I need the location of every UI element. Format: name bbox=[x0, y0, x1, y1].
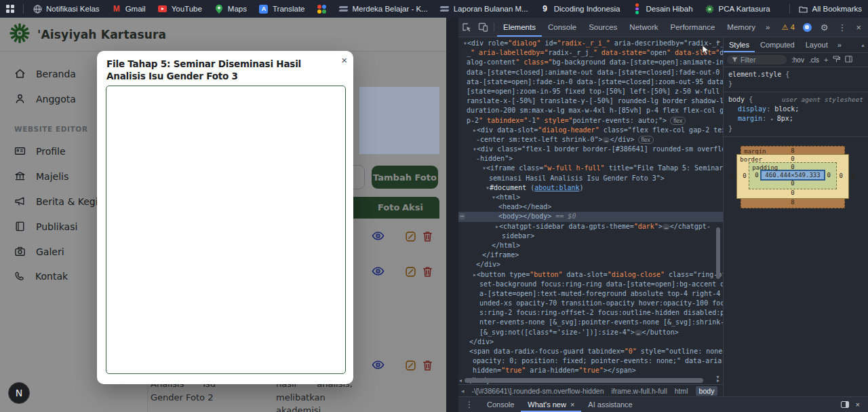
bookmark-item[interactable]: PCA Kartasura bbox=[699, 0, 776, 18]
dock-panel-icon[interactable] bbox=[841, 401, 849, 408]
kebab-menu-icon[interactable]: ⋮ bbox=[833, 22, 850, 33]
dom-tree-line[interactable]: ▾<div role="dialog" id="radix-_r_i_" ari… bbox=[458, 39, 723, 48]
drawer-tab-what-s-new[interactable]: What's new× bbox=[521, 397, 581, 412]
layout-badge[interactable]: flex bbox=[638, 136, 654, 144]
bookmark-item[interactable]: Merdeka Belajar - K... bbox=[333, 0, 434, 18]
close-icon[interactable]: × bbox=[341, 55, 347, 65]
dom-tree-line[interactable]: -hidden"> bbox=[458, 154, 723, 164]
styles-more-tabs-icon[interactable]: » bbox=[833, 41, 846, 49]
dom-tree-line[interactable]: _" aria-labelledby="radix-_r_j_" data-st… bbox=[458, 48, 723, 58]
horizontal-scrollbar[interactable]: ◂ ▸ bbox=[458, 377, 723, 383]
drawer-kebab-menu-icon[interactable]: ⋮ bbox=[458, 400, 480, 409]
dom-tree-line[interactable]: </html> bbox=[458, 241, 723, 250]
toggle-class-button[interactable]: .cls bbox=[809, 56, 819, 64]
more-tabs-icon[interactable]: » bbox=[762, 23, 774, 31]
scroll-right-icon[interactable]: ▸ bbox=[717, 377, 719, 383]
dom-tree-line[interactable]: seminasi Hasil Analisis Isu Gender Foto … bbox=[458, 174, 723, 183]
dom-tree-line[interactable]: alog-content" class="bg-background data-… bbox=[458, 58, 723, 67]
dom-tree-line[interactable]: sidebar> bbox=[458, 231, 723, 241]
close-tab-icon[interactable]: × bbox=[570, 400, 574, 409]
file-preview-iframe[interactable] bbox=[106, 86, 346, 374]
vertical-scrollbar-thumb[interactable] bbox=[716, 227, 720, 279]
breadcrumb-left-icon[interactable]: ◂ bbox=[461, 388, 465, 394]
styles-tab-layout[interactable]: Layout bbox=[800, 37, 833, 52]
dom-tree-line[interactable]: ata-[state=open]:fade-in-0 data-[state=c… bbox=[458, 77, 723, 87]
tab-memory[interactable]: Memory bbox=[721, 18, 762, 37]
styles-tab-computed[interactable]: Computed bbox=[755, 37, 800, 52]
toggle-hover-state-button[interactable]: :hov bbox=[791, 56, 804, 64]
dom-tree-line[interactable]: <span data-radix-focus-guard tabindex="0… bbox=[458, 347, 723, 356]
dom-tree-line[interactable]: ▸<button type="button" data-slot="dialog… bbox=[458, 270, 723, 280]
extension-status-icon[interactable] bbox=[803, 23, 812, 32]
dom-tree-line[interactable]: unded-xs opacity-70 transition-opacity h… bbox=[458, 299, 723, 308]
all-bookmarks-button[interactable]: All Bookmarks bbox=[793, 0, 868, 18]
dom-tree-line[interactable]: s:ring-2 focus:ring-offset-2 focus:outli… bbox=[458, 308, 723, 318]
page-scrollbar-gutter[interactable] bbox=[446, 18, 458, 412]
bookmark-item[interactable]: Notifikasi Kelas bbox=[26, 0, 106, 18]
tab-performance[interactable]: Performance bbox=[665, 18, 722, 37]
selected-dom-node[interactable]: ⋯<body></body> == $0 bbox=[458, 212, 723, 221]
dom-tree-line[interactable]: </iframe> bbox=[458, 250, 723, 260]
css-property-display[interactable]: display: block; bbox=[728, 105, 863, 114]
breadcrumb-item[interactable]: html bbox=[675, 387, 688, 395]
bookmark-item[interactable]: MGmail bbox=[106, 0, 152, 18]
new-style-rule-button[interactable]: + bbox=[824, 56, 828, 64]
dom-tree-line[interactable]: </div> bbox=[458, 260, 723, 269]
dom-tree-line[interactable]: ranslate-x-[-50%] translate-y-[-50%] rou… bbox=[458, 96, 723, 106]
element-style-rule[interactable]: element.style {} bbox=[724, 67, 868, 92]
drawer-tab-console[interactable]: Console bbox=[480, 397, 521, 412]
dom-tree-line[interactable]: ▾#document (about:blank) bbox=[458, 183, 723, 193]
layout-badge[interactable]: flex bbox=[670, 117, 686, 125]
scroll-up-icon[interactable]: ▲ bbox=[715, 39, 720, 43]
bookmark-item[interactable]: 9Dicoding Indonesia bbox=[534, 0, 627, 18]
dom-tree-line[interactable]: ▸<chatgpt-sidebar data-gpts-theme="dark"… bbox=[458, 222, 723, 231]
dom-tree-line[interactable]: </div> bbox=[458, 337, 723, 347]
bookmark-item[interactable]: Desain Hibah bbox=[627, 0, 699, 18]
drawer-close-icon[interactable]: × bbox=[856, 400, 860, 409]
dom-tree-line[interactable]: nter-events-none [&_svg]:pointer-events-… bbox=[458, 318, 723, 327]
tab-network[interactable]: Network bbox=[623, 18, 664, 37]
apps-grid-icon[interactable] bbox=[0, 0, 20, 18]
styles-filter-input[interactable]: Filter bbox=[727, 55, 787, 64]
breadcrumb-item[interactable]: iframe.w-full.h-full bbox=[611, 387, 667, 395]
paint-format-icon[interactable] bbox=[833, 56, 840, 64]
devtools-close-icon[interactable]: × bbox=[852, 22, 865, 33]
issues-warning-badge[interactable]: ⚠4 bbox=[778, 23, 798, 32]
breadcrumb-item[interactable]: -\[\#386641\].rounded-sm.overflow-hidden bbox=[472, 387, 604, 395]
box-model-diagram[interactable]: margin 8 8 border 0 0 padding 0 bbox=[741, 146, 845, 208]
scroll-left-icon[interactable]: ◂ bbox=[459, 377, 462, 383]
dom-tree-line[interactable]: -center sm:text-left shrink-0">…</div>fl… bbox=[458, 135, 723, 145]
styles-tab-styles[interactable]: Styles bbox=[724, 37, 755, 52]
horizontal-scrollbar-thumb[interactable] bbox=[465, 378, 703, 383]
styles-scroll-up-icon[interactable]: ▲ bbox=[861, 43, 868, 48]
dom-tree-line[interactable]: [&_svg:not([class*='size-'])]:size-4">…<… bbox=[458, 328, 723, 337]
device-toolbar-icon[interactable] bbox=[475, 18, 491, 37]
bookmark-item[interactable]: ATranslate bbox=[253, 0, 311, 18]
bookmark-item[interactable]: Maps bbox=[208, 0, 253, 18]
settings-gear-icon[interactable]: ⚙ bbox=[816, 22, 833, 33]
tab-console[interactable]: Console bbox=[542, 18, 583, 37]
dom-tree-line[interactable]: duration-200 sm:max-w-lg max-w-4xl h-[85… bbox=[458, 106, 723, 115]
dom-tree-line[interactable]: opacity: 0; position: fixed; pointer-eve… bbox=[458, 356, 723, 366]
tab-elements[interactable]: Elements bbox=[497, 18, 542, 37]
dom-tree-line[interactable]: [state=open]:zoom-in-95 fixed top-[50%] … bbox=[458, 87, 723, 96]
dom-tree-line[interactable]: a-[state=open]:text-muted-foreground abs… bbox=[458, 289, 723, 299]
tab-sources[interactable]: Sources bbox=[583, 18, 623, 37]
dom-tree-line[interactable]: ▾<iframe class="w-full h-full" title="Fi… bbox=[458, 164, 723, 173]
bookmark-item[interactable]: YouTube bbox=[152, 0, 208, 18]
bookmark-item[interactable] bbox=[311, 0, 333, 18]
inspect-element-icon[interactable] bbox=[458, 18, 475, 37]
dom-tree-line[interactable]: ▸<div data-slot="dialog-header" class="f… bbox=[458, 126, 723, 135]
dom-tree-line[interactable]: set-background focus:ring-ring data-[sta… bbox=[458, 280, 723, 289]
bookmark-item[interactable]: Laporan Bulanan M... bbox=[434, 0, 534, 18]
overflow-adorner-icon[interactable]: ⋯ bbox=[459, 213, 465, 220]
dom-tree-line[interactable]: data-[state=closed]:animate-out data-[st… bbox=[458, 68, 723, 77]
breadcrumb-active[interactable]: body bbox=[696, 386, 718, 396]
dom-tree-line[interactable]: <head></head> bbox=[458, 202, 723, 212]
dom-tree-line[interactable]: hidden="true" aria-hidden="true"></span> bbox=[458, 366, 723, 375]
drawer-tab-ai-assistance[interactable]: AI assistance bbox=[581, 397, 639, 412]
dom-tree-line[interactable]: p-2" tabindex="-1" style="pointer-events… bbox=[458, 116, 723, 126]
computed-sidebar-icon[interactable] bbox=[845, 56, 852, 64]
dom-tree-line[interactable]: ▾<div class="flex-1 border border-[#3866… bbox=[458, 145, 723, 154]
nextjs-dev-badge[interactable]: N bbox=[8, 382, 30, 404]
